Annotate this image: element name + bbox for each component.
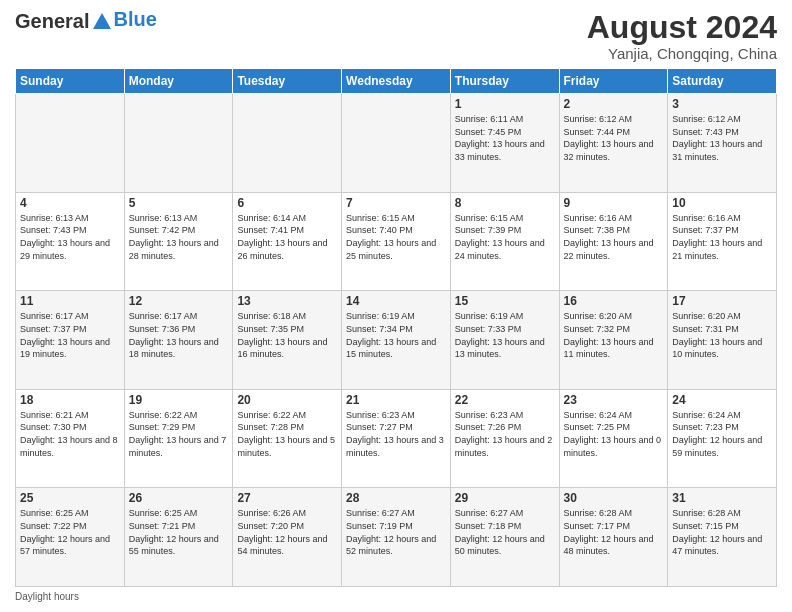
day-info: Sunrise: 6:17 AM Sunset: 7:37 PM Dayligh… (20, 310, 120, 360)
day-info: Sunrise: 6:22 AM Sunset: 7:28 PM Dayligh… (237, 409, 337, 459)
day-info: Sunrise: 6:11 AM Sunset: 7:45 PM Dayligh… (455, 113, 555, 163)
calendar-week-2: 4Sunrise: 6:13 AM Sunset: 7:43 PM Daylig… (16, 192, 777, 291)
footer: Daylight hours (15, 591, 777, 602)
day-info: Sunrise: 6:16 AM Sunset: 7:37 PM Dayligh… (672, 212, 772, 262)
day-number: 23 (564, 393, 664, 407)
calendar-cell: 3Sunrise: 6:12 AM Sunset: 7:43 PM Daylig… (668, 94, 777, 193)
calendar-cell: 29Sunrise: 6:27 AM Sunset: 7:18 PM Dayli… (450, 488, 559, 587)
day-number: 2 (564, 97, 664, 111)
day-number: 6 (237, 196, 337, 210)
calendar-cell: 16Sunrise: 6:20 AM Sunset: 7:32 PM Dayli… (559, 291, 668, 390)
day-info: Sunrise: 6:18 AM Sunset: 7:35 PM Dayligh… (237, 310, 337, 360)
location: Yanjia, Chongqing, China (587, 45, 777, 62)
calendar-cell: 26Sunrise: 6:25 AM Sunset: 7:21 PM Dayli… (124, 488, 233, 587)
day-info: Sunrise: 6:19 AM Sunset: 7:33 PM Dayligh… (455, 310, 555, 360)
calendar-cell: 5Sunrise: 6:13 AM Sunset: 7:42 PM Daylig… (124, 192, 233, 291)
day-number: 13 (237, 294, 337, 308)
calendar-cell: 25Sunrise: 6:25 AM Sunset: 7:22 PM Dayli… (16, 488, 125, 587)
logo-icon (91, 11, 113, 33)
calendar-cell: 2Sunrise: 6:12 AM Sunset: 7:44 PM Daylig… (559, 94, 668, 193)
day-info: Sunrise: 6:24 AM Sunset: 7:23 PM Dayligh… (672, 409, 772, 459)
day-number: 18 (20, 393, 120, 407)
col-monday: Monday (124, 69, 233, 94)
day-info: Sunrise: 6:24 AM Sunset: 7:25 PM Dayligh… (564, 409, 664, 459)
calendar-cell (233, 94, 342, 193)
calendar-cell: 23Sunrise: 6:24 AM Sunset: 7:25 PM Dayli… (559, 389, 668, 488)
calendar-cell: 9Sunrise: 6:16 AM Sunset: 7:38 PM Daylig… (559, 192, 668, 291)
day-info: Sunrise: 6:28 AM Sunset: 7:15 PM Dayligh… (672, 507, 772, 557)
col-friday: Friday (559, 69, 668, 94)
day-number: 4 (20, 196, 120, 210)
col-sunday: Sunday (16, 69, 125, 94)
day-number: 1 (455, 97, 555, 111)
day-number: 3 (672, 97, 772, 111)
day-number: 11 (20, 294, 120, 308)
day-info: Sunrise: 6:25 AM Sunset: 7:22 PM Dayligh… (20, 507, 120, 557)
day-info: Sunrise: 6:23 AM Sunset: 7:26 PM Dayligh… (455, 409, 555, 459)
day-number: 15 (455, 294, 555, 308)
calendar-header-row: Sunday Monday Tuesday Wednesday Thursday… (16, 69, 777, 94)
calendar-cell: 8Sunrise: 6:15 AM Sunset: 7:39 PM Daylig… (450, 192, 559, 291)
day-info: Sunrise: 6:16 AM Sunset: 7:38 PM Dayligh… (564, 212, 664, 262)
day-number: 29 (455, 491, 555, 505)
day-info: Sunrise: 6:20 AM Sunset: 7:31 PM Dayligh… (672, 310, 772, 360)
day-info: Sunrise: 6:17 AM Sunset: 7:36 PM Dayligh… (129, 310, 229, 360)
calendar-cell: 11Sunrise: 6:17 AM Sunset: 7:37 PM Dayli… (16, 291, 125, 390)
col-thursday: Thursday (450, 69, 559, 94)
col-wednesday: Wednesday (342, 69, 451, 94)
day-info: Sunrise: 6:21 AM Sunset: 7:30 PM Dayligh… (20, 409, 120, 459)
calendar-cell: 20Sunrise: 6:22 AM Sunset: 7:28 PM Dayli… (233, 389, 342, 488)
title-section: August 2024 Yanjia, Chongqing, China (587, 10, 777, 62)
day-info: Sunrise: 6:27 AM Sunset: 7:18 PM Dayligh… (455, 507, 555, 557)
day-number: 9 (564, 196, 664, 210)
calendar-cell: 14Sunrise: 6:19 AM Sunset: 7:34 PM Dayli… (342, 291, 451, 390)
day-number: 20 (237, 393, 337, 407)
day-info: Sunrise: 6:12 AM Sunset: 7:44 PM Dayligh… (564, 113, 664, 163)
day-info: Sunrise: 6:22 AM Sunset: 7:29 PM Dayligh… (129, 409, 229, 459)
daylight-label: Daylight hours (15, 591, 79, 602)
day-number: 22 (455, 393, 555, 407)
day-info: Sunrise: 6:20 AM Sunset: 7:32 PM Dayligh… (564, 310, 664, 360)
calendar-cell: 22Sunrise: 6:23 AM Sunset: 7:26 PM Dayli… (450, 389, 559, 488)
day-info: Sunrise: 6:12 AM Sunset: 7:43 PM Dayligh… (672, 113, 772, 163)
logo-blue: Blue (113, 8, 156, 31)
day-info: Sunrise: 6:15 AM Sunset: 7:40 PM Dayligh… (346, 212, 446, 262)
day-info: Sunrise: 6:15 AM Sunset: 7:39 PM Dayligh… (455, 212, 555, 262)
day-info: Sunrise: 6:26 AM Sunset: 7:20 PM Dayligh… (237, 507, 337, 557)
day-number: 31 (672, 491, 772, 505)
day-number: 7 (346, 196, 446, 210)
day-number: 26 (129, 491, 229, 505)
calendar-week-5: 25Sunrise: 6:25 AM Sunset: 7:22 PM Dayli… (16, 488, 777, 587)
calendar-cell: 13Sunrise: 6:18 AM Sunset: 7:35 PM Dayli… (233, 291, 342, 390)
calendar-cell: 18Sunrise: 6:21 AM Sunset: 7:30 PM Dayli… (16, 389, 125, 488)
calendar-cell: 4Sunrise: 6:13 AM Sunset: 7:43 PM Daylig… (16, 192, 125, 291)
col-tuesday: Tuesday (233, 69, 342, 94)
calendar-cell: 19Sunrise: 6:22 AM Sunset: 7:29 PM Dayli… (124, 389, 233, 488)
day-number: 21 (346, 393, 446, 407)
page: General Blue August 2024 Yanjia, Chongqi… (0, 0, 792, 612)
calendar-cell: 15Sunrise: 6:19 AM Sunset: 7:33 PM Dayli… (450, 291, 559, 390)
calendar-cell (342, 94, 451, 193)
day-info: Sunrise: 6:28 AM Sunset: 7:17 PM Dayligh… (564, 507, 664, 557)
calendar-cell: 24Sunrise: 6:24 AM Sunset: 7:23 PM Dayli… (668, 389, 777, 488)
day-number: 10 (672, 196, 772, 210)
calendar-cell: 17Sunrise: 6:20 AM Sunset: 7:31 PM Dayli… (668, 291, 777, 390)
logo: General Blue (15, 10, 157, 33)
header: General Blue August 2024 Yanjia, Chongqi… (15, 10, 777, 62)
calendar-cell: 30Sunrise: 6:28 AM Sunset: 7:17 PM Dayli… (559, 488, 668, 587)
calendar-cell: 6Sunrise: 6:14 AM Sunset: 7:41 PM Daylig… (233, 192, 342, 291)
col-saturday: Saturday (668, 69, 777, 94)
day-info: Sunrise: 6:13 AM Sunset: 7:43 PM Dayligh… (20, 212, 120, 262)
calendar-week-4: 18Sunrise: 6:21 AM Sunset: 7:30 PM Dayli… (16, 389, 777, 488)
calendar-cell: 31Sunrise: 6:28 AM Sunset: 7:15 PM Dayli… (668, 488, 777, 587)
svg-marker-0 (93, 13, 111, 29)
calendar-cell: 12Sunrise: 6:17 AM Sunset: 7:36 PM Dayli… (124, 291, 233, 390)
day-number: 12 (129, 294, 229, 308)
day-number: 27 (237, 491, 337, 505)
day-info: Sunrise: 6:25 AM Sunset: 7:21 PM Dayligh… (129, 507, 229, 557)
calendar-cell: 28Sunrise: 6:27 AM Sunset: 7:19 PM Dayli… (342, 488, 451, 587)
day-info: Sunrise: 6:19 AM Sunset: 7:34 PM Dayligh… (346, 310, 446, 360)
day-info: Sunrise: 6:23 AM Sunset: 7:27 PM Dayligh… (346, 409, 446, 459)
day-info: Sunrise: 6:14 AM Sunset: 7:41 PM Dayligh… (237, 212, 337, 262)
day-number: 28 (346, 491, 446, 505)
